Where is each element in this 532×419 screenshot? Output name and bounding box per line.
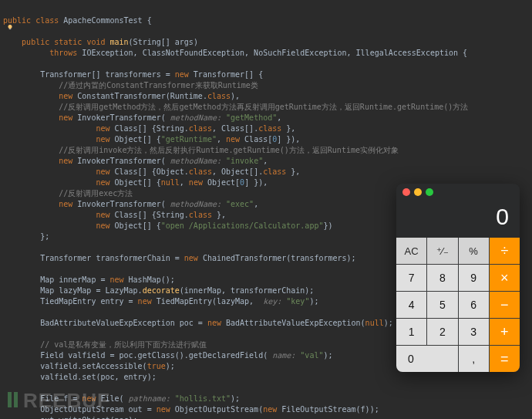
zoom-icon[interactable] [426,188,433,196]
digit-1-button[interactable]: 1 [396,319,426,345]
calculator-window[interactable]: 0 AC ⁺∕₋ % ÷ 7 8 9 × 4 5 6 − 1 2 3 + 0 ,… [396,184,520,372]
class-name: ApacheCommonsTest [63,16,142,25]
digit-2-button[interactable]: 2 [427,319,457,345]
svg-rect-1 [9,29,12,29]
calculator-keypad: AC ⁺∕₋ % ÷ 7 8 9 × 4 5 6 − 1 2 3 + 0 , = [396,238,520,372]
close-icon[interactable] [402,188,410,196]
multiply-button[interactable]: × [490,265,520,291]
watermark: REEBUF [8,389,110,413]
minimize-icon[interactable] [414,188,422,196]
decimal-button[interactable]: , [459,346,489,372]
digit-5-button[interactable]: 5 [427,292,457,318]
digit-9-button[interactable]: 9 [459,265,489,291]
digit-8-button[interactable]: 8 [427,265,457,291]
digit-7-button[interactable]: 7 [396,265,426,291]
plus-button[interactable]: + [490,319,520,345]
intention-bulb-icon[interactable] [6,23,14,31]
digit-4-button[interactable]: 4 [396,292,426,318]
sign-button[interactable]: ⁺∕₋ [427,238,457,264]
watermark-logo-icon [8,389,20,413]
digit-0-button[interactable]: 0 [396,346,458,372]
digit-6-button[interactable]: 6 [459,292,489,318]
ac-button[interactable]: AC [396,238,426,264]
svg-point-0 [8,25,12,29]
percent-button[interactable]: % [459,238,489,264]
minus-button[interactable]: − [490,292,520,318]
equals-button[interactable]: = [490,346,520,372]
calculator-display: 0 [396,201,520,238]
watermark-text: REEBUF [23,389,110,413]
digit-3-button[interactable]: 3 [459,319,489,345]
divide-button[interactable]: ÷ [490,238,520,264]
calculator-titlebar[interactable] [396,184,520,201]
